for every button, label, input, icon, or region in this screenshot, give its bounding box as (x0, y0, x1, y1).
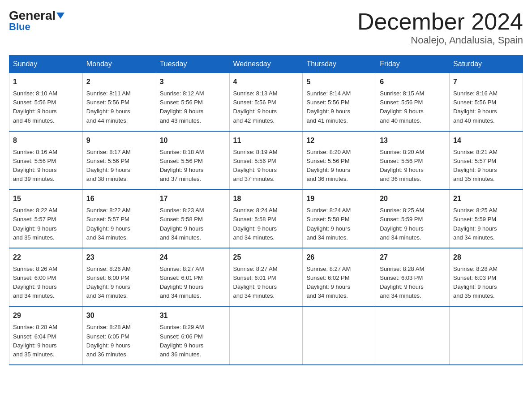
day-info: Sunrise: 8:26 AMSunset: 6:00 PMDaylight:… (86, 265, 152, 301)
day-cell: 22 Sunrise: 8:26 AMSunset: 6:00 PMDaylig… (9, 248, 83, 307)
day-number: 2 (86, 77, 152, 87)
day-info: Sunrise: 8:17 AMSunset: 5:56 PMDaylight:… (86, 148, 152, 184)
day-info: Sunrise: 8:25 AMSunset: 5:59 PMDaylight:… (453, 206, 519, 242)
page-header: General Blue December 2024 Noalejo, Anda… (9, 9, 523, 46)
day-number: 3 (160, 77, 226, 87)
weekday-header-saturday: Saturday (450, 56, 523, 73)
day-number: 11 (233, 135, 299, 146)
day-info: Sunrise: 8:18 AMSunset: 5:56 PMDaylight:… (160, 148, 226, 184)
weekday-header-thursday: Thursday (303, 56, 376, 73)
day-number: 10 (160, 135, 226, 146)
day-number: 14 (453, 135, 519, 146)
month-title: December 2024 (357, 9, 523, 34)
day-number: 30 (86, 310, 152, 321)
day-number: 27 (380, 252, 446, 263)
day-cell: 12 Sunrise: 8:20 AMSunset: 5:56 PMDaylig… (303, 131, 376, 190)
day-cell: 16 Sunrise: 8:22 AMSunset: 5:57 PMDaylig… (82, 189, 156, 248)
day-number: 17 (160, 193, 226, 204)
week-row-1: 1 Sunrise: 8:10 AMSunset: 5:56 PMDayligh… (9, 73, 523, 131)
day-cell: 19 Sunrise: 8:24 AMSunset: 5:58 PMDaylig… (303, 189, 376, 248)
day-info: Sunrise: 8:22 AMSunset: 5:57 PMDaylight:… (13, 206, 79, 242)
day-number: 6 (380, 77, 446, 87)
day-number: 4 (233, 77, 299, 87)
weekday-header-row: SundayMondayTuesdayWednesdayThursdayFrid… (9, 56, 523, 73)
logo-triangle-icon (56, 13, 64, 19)
day-info: Sunrise: 8:13 AMSunset: 5:56 PMDaylight:… (233, 89, 299, 125)
day-number: 21 (453, 193, 519, 204)
day-cell (229, 306, 303, 365)
day-number: 22 (13, 252, 79, 263)
day-info: Sunrise: 8:11 AMSunset: 5:56 PMDaylight:… (86, 89, 152, 125)
day-cell: 28 Sunrise: 8:28 AMSunset: 6:03 PMDaylig… (450, 248, 523, 307)
day-cell: 20 Sunrise: 8:25 AMSunset: 5:59 PMDaylig… (376, 189, 450, 248)
day-cell: 26 Sunrise: 8:27 AMSunset: 6:02 PMDaylig… (303, 248, 376, 307)
day-info: Sunrise: 8:28 AMSunset: 6:03 PMDaylight:… (453, 265, 519, 301)
day-cell: 23 Sunrise: 8:26 AMSunset: 6:00 PMDaylig… (82, 248, 156, 307)
day-info: Sunrise: 8:28 AMSunset: 6:03 PMDaylight:… (380, 265, 446, 301)
day-cell: 14 Sunrise: 8:21 AMSunset: 5:57 PMDaylig… (450, 131, 523, 190)
day-cell: 2 Sunrise: 8:11 AMSunset: 5:56 PMDayligh… (82, 73, 156, 131)
day-cell: 21 Sunrise: 8:25 AMSunset: 5:59 PMDaylig… (450, 189, 523, 248)
logo-blue: Blue (9, 21, 30, 33)
day-cell: 11 Sunrise: 8:19 AMSunset: 5:56 PMDaylig… (229, 131, 303, 190)
day-info: Sunrise: 8:27 AMSunset: 6:01 PMDaylight:… (233, 265, 299, 301)
day-info: Sunrise: 8:28 AMSunset: 6:05 PMDaylight:… (86, 323, 152, 359)
day-info: Sunrise: 8:22 AMSunset: 5:57 PMDaylight:… (86, 206, 152, 242)
day-number: 24 (160, 252, 226, 263)
day-cell: 24 Sunrise: 8:27 AMSunset: 6:01 PMDaylig… (156, 248, 229, 307)
day-number: 5 (306, 77, 372, 87)
day-info: Sunrise: 8:14 AMSunset: 5:56 PMDaylight:… (306, 89, 372, 125)
day-number: 12 (306, 135, 372, 146)
day-cell: 27 Sunrise: 8:28 AMSunset: 6:03 PMDaylig… (376, 248, 450, 307)
day-info: Sunrise: 8:20 AMSunset: 5:56 PMDaylight:… (306, 148, 372, 184)
day-info: Sunrise: 8:21 AMSunset: 5:57 PMDaylight:… (453, 148, 519, 184)
day-info: Sunrise: 8:16 AMSunset: 5:56 PMDaylight:… (13, 148, 79, 184)
week-row-4: 22 Sunrise: 8:26 AMSunset: 6:00 PMDaylig… (9, 248, 523, 307)
day-info: Sunrise: 8:20 AMSunset: 5:56 PMDaylight:… (380, 148, 446, 184)
day-number: 25 (233, 252, 299, 263)
day-cell: 6 Sunrise: 8:15 AMSunset: 5:56 PMDayligh… (376, 73, 450, 131)
day-number: 16 (86, 193, 152, 204)
day-cell: 4 Sunrise: 8:13 AMSunset: 5:56 PMDayligh… (229, 73, 303, 131)
weekday-header-sunday: Sunday (9, 56, 83, 73)
day-info: Sunrise: 8:24 AMSunset: 5:58 PMDaylight:… (306, 206, 372, 242)
week-row-2: 8 Sunrise: 8:16 AMSunset: 5:56 PMDayligh… (9, 131, 523, 190)
day-number: 15 (13, 193, 79, 204)
day-info: Sunrise: 8:29 AMSunset: 6:06 PMDaylight:… (160, 323, 226, 359)
day-cell: 25 Sunrise: 8:27 AMSunset: 6:01 PMDaylig… (229, 248, 303, 307)
day-cell: 13 Sunrise: 8:20 AMSunset: 5:56 PMDaylig… (376, 131, 450, 190)
day-number: 18 (233, 193, 299, 204)
day-info: Sunrise: 8:23 AMSunset: 5:58 PMDaylight:… (160, 206, 226, 242)
day-number: 7 (453, 77, 519, 87)
day-cell (303, 306, 376, 365)
day-cell: 29 Sunrise: 8:28 AMSunset: 6:04 PMDaylig… (9, 306, 83, 365)
day-number: 23 (86, 252, 152, 263)
logo: General Blue (9, 9, 64, 33)
day-info: Sunrise: 8:25 AMSunset: 5:59 PMDaylight:… (380, 206, 446, 242)
day-cell: 31 Sunrise: 8:29 AMSunset: 6:06 PMDaylig… (156, 306, 229, 365)
location-label: Noalejo, Andalusia, Spain (357, 34, 523, 46)
weekday-header-wednesday: Wednesday (229, 56, 303, 73)
day-info: Sunrise: 8:16 AMSunset: 5:56 PMDaylight:… (453, 89, 519, 125)
day-number: 13 (380, 135, 446, 146)
day-number: 9 (86, 135, 152, 146)
day-number: 29 (13, 310, 79, 321)
day-info: Sunrise: 8:26 AMSunset: 6:00 PMDaylight:… (13, 265, 79, 301)
day-cell: 18 Sunrise: 8:24 AMSunset: 5:58 PMDaylig… (229, 189, 303, 248)
title-block: December 2024 Noalejo, Andalusia, Spain (357, 9, 523, 46)
day-cell (450, 306, 523, 365)
day-info: Sunrise: 8:19 AMSunset: 5:56 PMDaylight:… (233, 148, 299, 184)
day-cell: 10 Sunrise: 8:18 AMSunset: 5:56 PMDaylig… (156, 131, 229, 190)
day-cell: 5 Sunrise: 8:14 AMSunset: 5:56 PMDayligh… (303, 73, 376, 131)
day-cell: 17 Sunrise: 8:23 AMSunset: 5:58 PMDaylig… (156, 189, 229, 248)
week-row-3: 15 Sunrise: 8:22 AMSunset: 5:57 PMDaylig… (9, 189, 523, 248)
day-number: 31 (160, 310, 226, 321)
week-row-5: 29 Sunrise: 8:28 AMSunset: 6:04 PMDaylig… (9, 306, 523, 365)
day-number: 26 (306, 252, 372, 263)
day-cell: 15 Sunrise: 8:22 AMSunset: 5:57 PMDaylig… (9, 189, 83, 248)
day-cell: 3 Sunrise: 8:12 AMSunset: 5:56 PMDayligh… (156, 73, 229, 131)
day-info: Sunrise: 8:10 AMSunset: 5:56 PMDaylight:… (13, 89, 79, 125)
day-number: 1 (13, 77, 79, 87)
day-info: Sunrise: 8:27 AMSunset: 6:02 PMDaylight:… (306, 265, 372, 301)
day-cell: 1 Sunrise: 8:10 AMSunset: 5:56 PMDayligh… (9, 73, 83, 131)
